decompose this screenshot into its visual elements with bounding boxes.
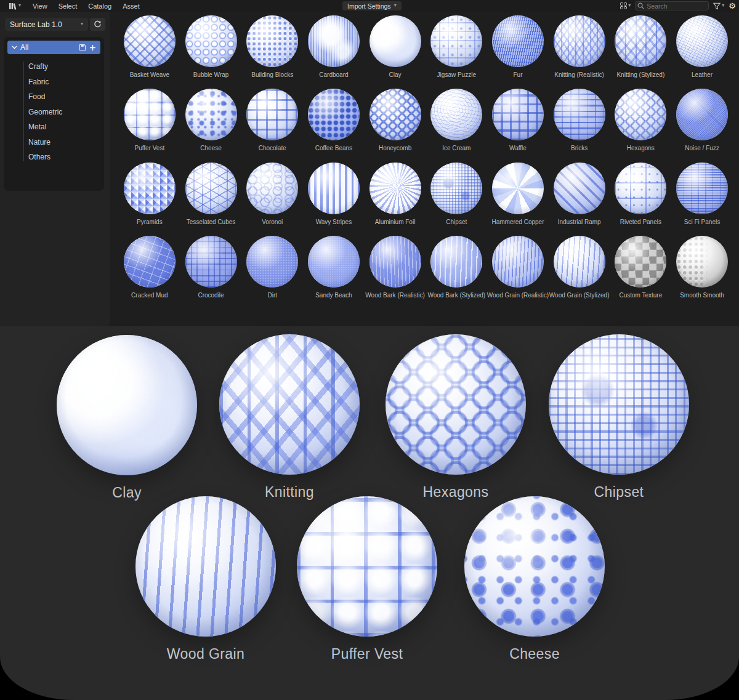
catalog-item-geometric[interactable]: Geometric [28, 105, 100, 120]
asset-item[interactable]: Bubble Wrap [180, 15, 242, 78]
menu-item-select[interactable]: Select [53, 1, 83, 11]
asset-item[interactable]: Building Blocks [241, 15, 303, 78]
asset-item[interactable]: Chocolate [241, 89, 303, 151]
library-select[interactable]: Surface Lab 1.0 ▾ [5, 18, 88, 31]
preview-item: Puffer Vest [297, 496, 437, 662]
asset-item[interactable]: Wood Bark (Stylized) [426, 236, 487, 299]
asset-item[interactable]: Bricks [549, 89, 610, 151]
asset-grid-row: PyramidsTesselated CubesVoronoiWavy Stri… [119, 163, 733, 225]
asset-item[interactable]: Wood Grain (Stylized) [549, 236, 610, 299]
asset-item[interactable]: Custom Texture [610, 236, 672, 299]
catalog-item-food[interactable]: Food [28, 89, 100, 105]
asset-label: Bubble Wrap [193, 71, 229, 78]
asset-item[interactable]: Crocodile [180, 236, 242, 299]
asset-item[interactable]: Voronoi [241, 163, 303, 225]
save-disk-icon[interactable] [79, 44, 86, 51]
preview-sphere [57, 335, 197, 475]
asset-item[interactable]: Tesselated Cubes [180, 163, 242, 225]
asset-item[interactable]: Chipset [426, 163, 487, 225]
asset-thumbnail [370, 163, 421, 214]
asset-label: Building Blocks [251, 71, 293, 78]
catalog-item-crafty[interactable]: Crafty [28, 59, 100, 74]
asset-label: Chocolate [259, 145, 286, 151]
asset-label: Leather [692, 71, 713, 78]
asset-item[interactable]: Cheese [180, 89, 242, 151]
menu-item-catalog[interactable]: Catalog [83, 1, 117, 11]
asset-item[interactable]: Cardboard [303, 15, 365, 78]
asset-thumbnail [554, 89, 605, 140]
asset-thumbnail [615, 89, 666, 140]
asset-label: Fur [513, 71, 522, 78]
asset-label: Cheese [200, 145, 221, 151]
asset-item[interactable]: Leather [671, 15, 733, 78]
asset-item[interactable]: Hexagons [610, 89, 672, 151]
search-box [635, 1, 709, 10]
asset-thumbnail [676, 15, 728, 67]
asset-item[interactable]: Puffer Vest [119, 89, 180, 151]
asset-item[interactable]: Ice Cream [426, 89, 487, 151]
preview-sphere [549, 334, 689, 475]
asset-label: Basket Weave [130, 71, 169, 78]
asset-item[interactable]: Aluminium Foil [365, 163, 426, 225]
chevron-down-icon: ▾ [81, 22, 83, 26]
asset-item[interactable]: Fur [487, 15, 549, 78]
asset-item[interactable]: Smooth Smooth [671, 236, 733, 299]
catalog-tree: CraftyFabricFoodGeometricMetalNatureOthe… [7, 59, 100, 165]
asset-label: Wood Grain (Realistic) [487, 292, 549, 299]
preview-label: Wood Grain [167, 646, 244, 662]
asset-item[interactable]: Noise / Fuzz [671, 89, 733, 151]
asset-item[interactable]: Waffle [487, 89, 549, 151]
settings-gear-icon[interactable]: ⚙ [729, 2, 736, 10]
preview-item: Hexagons [386, 334, 526, 501]
asset-label: Wood Bark (Realistic) [365, 292, 425, 299]
refresh-library-button[interactable] [90, 18, 105, 31]
asset-item[interactable]: Industrial Ramp [549, 163, 610, 225]
search-input[interactable] [635, 1, 709, 10]
asset-item[interactable]: Sandy Beach [303, 236, 365, 299]
catalog-item-fabric[interactable]: Fabric [28, 74, 100, 90]
catalog-item-all[interactable]: All [7, 41, 100, 54]
asset-item[interactable]: Knitting (Realistic) [549, 15, 610, 78]
asset-item[interactable]: Pyramids [119, 163, 180, 225]
asset-item[interactable]: Dirt [241, 236, 303, 299]
asset-item[interactable]: Wavy Stripes [303, 163, 365, 225]
asset-label: Crocodile [198, 292, 224, 299]
asset-thumbnail [308, 89, 360, 140]
import-settings-button[interactable]: Import Settings ▾ [342, 1, 402, 10]
catalog-item-nature[interactable]: Nature [28, 135, 100, 150]
asset-item[interactable]: Honeycomb [365, 89, 426, 151]
asset-item[interactable]: Wood Grain (Realistic) [487, 236, 549, 299]
asset-item[interactable]: Wood Bark (Realistic) [365, 236, 426, 299]
asset-label: Clay [389, 71, 402, 78]
menu-item-view[interactable]: View [27, 1, 53, 11]
asset-label: Wavy Stripes [316, 219, 352, 225]
display-mode-button[interactable]: ▾ [620, 2, 631, 9]
catalog-item-others[interactable]: Others [28, 150, 100, 165]
asset-label: Wood Bark (Stylized) [427, 292, 485, 299]
refresh-icon [94, 20, 102, 28]
asset-item[interactable]: Cracked Mud [119, 236, 180, 299]
asset-item[interactable]: Clay [365, 15, 426, 78]
tree-indent-line [23, 62, 24, 161]
asset-thumbnail [185, 15, 237, 67]
editor-type-selector[interactable]: ▾ [9, 2, 21, 10]
asset-label: Bricks [571, 145, 588, 151]
asset-thumbnail [308, 163, 360, 214]
asset-item[interactable]: Coffee Beans [303, 89, 365, 151]
asset-item[interactable]: Hammered Copper [487, 163, 549, 225]
catalog-panel: All CraftyFabricFoodGeometricMetalNature… [4, 37, 104, 191]
catalog-item-metal[interactable]: Metal [28, 119, 100, 135]
asset-item[interactable]: Knitting (Stylized) [610, 15, 672, 78]
asset-label: Sci Fi Panels [684, 219, 720, 225]
asset-item[interactable]: Basket Weave [119, 15, 180, 78]
asset-item[interactable]: Sci Fi Panels [671, 163, 733, 225]
asset-item[interactable]: Riveted Panels [610, 163, 672, 225]
filter-button[interactable]: ▾ [713, 2, 724, 10]
asset-thumbnail [430, 236, 482, 288]
asset-thumbnail [246, 89, 298, 140]
menu-item-asset[interactable]: Asset [117, 1, 145, 11]
asset-label: Hammered Copper [491, 219, 544, 225]
asset-thumbnail [676, 89, 728, 140]
asset-item[interactable]: Jigsaw Puzzle [426, 15, 487, 78]
add-catalog-icon[interactable] [89, 44, 96, 51]
